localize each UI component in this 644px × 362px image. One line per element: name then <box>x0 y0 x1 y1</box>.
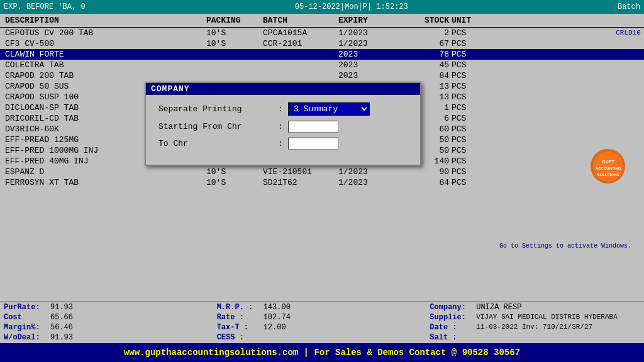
tax-label: Tax-T : <box>217 323 261 332</box>
mrp-value: 143.00 <box>264 303 291 312</box>
separate-printing-input[interactable]: 3 Summary 1 Detail 4 Both <box>288 102 408 116</box>
status-col-1: PurRate: 91.93 Cost 65.66 Margin%: 56.46… <box>4 303 214 342</box>
to-colon: : <box>278 139 288 148</box>
margin-label: Margin%: <box>4 323 48 332</box>
cost-row: Cost 65.66 <box>4 313 214 322</box>
dialog-overlay: COMPANY Separate Printing : 3 Summary 1 … <box>0 14 644 301</box>
salt-row: Salt : <box>430 333 640 342</box>
batch-label: Batch <box>618 3 640 11</box>
pur-rate-label: PurRate: <box>4 303 48 312</box>
rate-value: 102.74 <box>264 313 291 322</box>
pur-rate-value: 91.93 <box>50 303 73 312</box>
wo-deal-label: W/oDeal: <box>4 333 48 342</box>
tax-row: Tax-T : 12.00 <box>217 323 428 332</box>
cost-label: Cost <box>4 313 48 322</box>
tax-value: 12.00 <box>264 323 286 332</box>
company-label: Company: <box>430 303 474 312</box>
rate-label: Rate : <box>217 313 261 322</box>
company-row: Company: UNIZA RESP <box>430 303 640 312</box>
separate-printing-row: Separate Printing : 3 Summary 1 Detail 4… <box>158 102 408 116</box>
to-chr-field[interactable] <box>288 138 338 150</box>
rate-row: Rate : 102.74 <box>217 313 428 322</box>
margin-row: Margin%: 56.46 <box>4 323 214 332</box>
printing-dropdown[interactable]: 3 Summary 1 Detail 4 Both <box>288 102 370 116</box>
banner-text: www.gupthaaccountingsolutions.com | For … <box>124 348 520 358</box>
bottom-banner: www.gupthaaccountingsolutions.com | For … <box>0 343 644 362</box>
date-time-label: 05-12-2022|Mon|P| 1:52:23 <box>295 3 408 11</box>
wo-deal-row: W/oDeal: 91.93 <box>4 333 214 342</box>
to-chr-input[interactable] <box>288 138 408 150</box>
supplie-label: Supplie: <box>430 313 474 322</box>
mrp-label: M.R.P. : <box>217 303 261 312</box>
sep-colon: : <box>278 104 288 114</box>
cess-label: CESS : <box>217 333 261 342</box>
date-label: Date : <box>430 323 474 332</box>
date-row: Date : 11-03-2022 Inv: 710/21/SR/27 <box>430 323 640 332</box>
supplie-row: Supplie: VIJAY SAI MEDICAL DISTRIB HYDER… <box>430 313 640 322</box>
starting-from-input[interactable] <box>288 121 408 133</box>
dialog-body: Separate Printing : 3 Summary 1 Detail 4… <box>146 95 420 165</box>
status-col-3: Company: UNIZA RESP Supplie: VIJAY SAI M… <box>430 303 640 342</box>
dialog-title: COMPANY <box>146 83 420 95</box>
to-chr-row: To Chr : <box>158 138 408 150</box>
start-colon: : <box>278 122 288 131</box>
mrp-row: M.R.P. : 143.00 <box>217 303 428 312</box>
starting-from-label: Starting From Chr <box>158 122 278 131</box>
starting-from-field[interactable] <box>288 121 338 133</box>
status-col-2: M.R.P. : 143.00 Rate : 102.74 Tax-T : 12… <box>217 303 428 342</box>
wo-deal-value: 91.93 <box>50 333 73 342</box>
supplie-value: VIJAY SAI MEDICAL DISTRIB HYDERABA <box>476 313 617 322</box>
status-bar: PurRate: 91.93 Cost 65.66 Margin%: 56.46… <box>0 301 644 343</box>
separate-printing-label: Separate Printing <box>158 104 278 114</box>
date-value: 11-03-2022 Inv: 710/21/SR/27 <box>476 323 592 332</box>
starting-from-row: Starting From Chr : <box>158 121 408 133</box>
pur-rate-row: PurRate: 91.93 <box>4 303 214 312</box>
cess-row: CESS : <box>217 333 428 342</box>
cost-value: 65.66 <box>50 313 73 322</box>
company-value: UNIZA RESP <box>476 303 521 312</box>
margin-value: 56.46 <box>50 323 73 332</box>
top-bar: EXP. BEFORE 'BA, 0 05-12-2022|Mon|P| 1:5… <box>0 0 644 14</box>
salt-label: Salt : <box>430 333 474 342</box>
to-chr-label: To Chr <box>158 139 278 148</box>
exp-before-label: EXP. BEFORE 'BA, 0 <box>4 3 86 11</box>
company-dialog: COMPANY Separate Printing : 3 Summary 1 … <box>145 82 421 166</box>
main-content: CRLD10 DESCRIPTION PACKING BATCH EXPIRY … <box>0 14 644 301</box>
